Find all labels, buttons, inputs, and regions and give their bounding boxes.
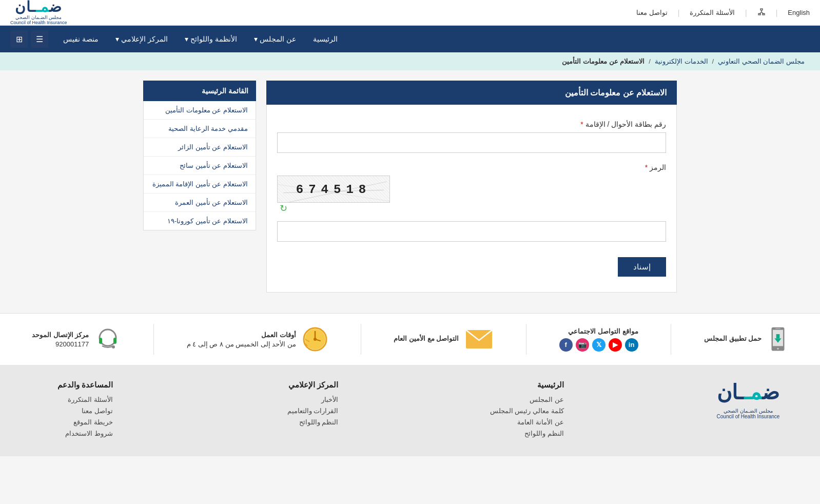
- form-title: الاستعلام عن معلومات التأمين: [266, 81, 677, 105]
- footer-hours-text: أوقات العمل من الأحد إلى الخميس من ٨ ص إ…: [187, 331, 297, 348]
- footer-link-about[interactable]: عن المجلس: [482, 396, 564, 403]
- headset-icon: [95, 326, 121, 352]
- footer-link-decisions[interactable]: القرارات والتعاميم: [256, 407, 338, 415]
- nav-home[interactable]: الرئيسية: [306, 26, 345, 52]
- form-body: رقم بطاقة الأحوال / الإقامة * الرمز *: [266, 105, 677, 293]
- hamburger-menu-button[interactable]: ☰: [31, 30, 48, 48]
- svg-rect-13: [776, 334, 780, 338]
- footer-top: حمل تطبيق المجلس مواقع التواصل الاجتماعي…: [0, 313, 820, 365]
- content-wrapper: الاستعلام عن معلومات التأمين رقم بطاقة ا…: [128, 70, 692, 303]
- id-field-group: رقم بطاقة الأحوال / الإقامة *: [277, 120, 666, 153]
- footer-logo-sub: مجلس الضـمان الصحي Council of Health Ins…: [717, 408, 780, 419]
- phone-icon: [768, 326, 788, 352]
- instagram-icon[interactable]: 📷: [576, 338, 589, 352]
- svg-rect-24: [99, 338, 102, 344]
- id-input[interactable]: [277, 132, 666, 153]
- english-link[interactable]: English: [788, 9, 810, 16]
- sidebar-item-5[interactable]: الاستعلام عن تأمين العمرة: [144, 193, 256, 212]
- footer-link-contact[interactable]: تواصل معنا: [31, 407, 113, 415]
- footer-call-center: مركز الإتصال الموحد 920001177: [32, 326, 121, 352]
- footer-link-systems[interactable]: النظم واللوائح: [256, 418, 338, 426]
- sidebar-title: القائمة الرئيسية: [143, 81, 256, 101]
- sidebar-item-0[interactable]: الاستعلام عن معلومات التأمين: [144, 101, 256, 120]
- footer-link-faq[interactable]: الأسئلة المتكررة: [31, 396, 113, 403]
- sidebar-item-3[interactable]: الاستعلام عن تأمين سائح: [144, 157, 256, 175]
- captcha-label: الرمز *: [277, 163, 666, 171]
- main-form-section: الاستعلام عن معلومات التأمين رقم بطاقة ا…: [266, 81, 677, 293]
- footer-working-hours: أوقات العمل من الأحد إلى الخميس من ٨ ص إ…: [187, 326, 328, 352]
- captcha-image-container: 674518 ↻: [277, 176, 390, 203]
- youtube-icon[interactable]: ▶: [609, 338, 622, 352]
- breadcrumb-services[interactable]: الخدمات الإلكترونية: [655, 57, 708, 65]
- svg-rect-0: [760, 9, 763, 10]
- main-nav: الرئيسية عن المجلس ▾ الأنظمة واللوائح ▾ …: [0, 26, 820, 52]
- grid-menu-button[interactable]: ⊞: [10, 30, 28, 48]
- submit-button[interactable]: إسناد: [618, 257, 666, 277]
- footer-link-regulations[interactable]: النظم واللوائح: [482, 430, 564, 437]
- nav-about[interactable]: عن المجلس ▾: [247, 26, 303, 52]
- footer-logo-arabic: ضمــان: [717, 380, 779, 404]
- sidebar-item-6[interactable]: الاستعلام عن تأمين كورونا-١٩: [144, 212, 256, 230]
- footer-contact-secretary: التواصل مع الأمين العام: [394, 329, 493, 350]
- logo-subtitle-en: Council of Health Insurance: [10, 21, 67, 26]
- captcha-image: 674518: [277, 176, 390, 203]
- logo: ضمــان مجلس الضـمان الصحي Council of Hea…: [10, 0, 67, 26]
- footer-media-col: المركز الإعلامي الأخبار القرارات والتعام…: [256, 380, 338, 430]
- footer-social: مواقع التواصل الاجتماعي in ▶ 𝕏 📷 f: [559, 327, 638, 352]
- sidebar-item-2[interactable]: الاستعلام عن تأمين الزائر: [144, 138, 256, 157]
- top-bar-left: English | | الأسئلة المتكررة | تواصل معن…: [636, 8, 810, 17]
- footer-link-sitemap[interactable]: خريطة الموقع: [31, 418, 113, 426]
- id-label: رقم بطاقة الأحوال / الإقامة *: [277, 120, 666, 128]
- footer-link-chairman[interactable]: كلمة معالي رئيس المجلس: [482, 407, 564, 415]
- captcha-field-group: الرمز * 674518 ↻: [277, 163, 666, 242]
- captcha-input[interactable]: [277, 221, 666, 242]
- contact-link[interactable]: تواصل معنا: [636, 9, 668, 16]
- faq-link[interactable]: الأسئلة المتكررة: [690, 9, 735, 16]
- sidebar-item-4[interactable]: الاستعلام عن تأمين الإقامة المميزة: [144, 175, 256, 193]
- nav-icons: ☰ ⊞: [10, 30, 48, 48]
- sidebar-item-1[interactable]: مقدمي خدمة الرعاية الصحية: [144, 120, 256, 138]
- footer-main-col: الرئيسية عن المجلس كلمة معالي رئيس المجل…: [482, 380, 564, 441]
- facebook-icon[interactable]: f: [559, 338, 573, 352]
- footer-bottom: ضمــان مجلس الضـمان الصحي Council of Hea…: [0, 365, 820, 456]
- svg-rect-25: [113, 338, 116, 344]
- envelope-icon: [465, 329, 493, 350]
- footer-download-text: حمل تطبيق المجلس: [704, 335, 762, 344]
- footer-social-text: مواقع التواصل الاجتماعي in ▶ 𝕏 📷 f: [559, 327, 638, 352]
- linkedin-icon[interactable]: in: [625, 338, 638, 352]
- captcha-refresh-icon[interactable]: ↻: [280, 203, 287, 214]
- top-bar: English | | الأسئلة المتكررة | تواصل معن…: [0, 0, 820, 26]
- sidebar-items: الاستعلام عن معلومات التأمين مقدمي خدمة …: [143, 101, 256, 230]
- footer-download-app: حمل تطبيق المجلس: [704, 326, 788, 352]
- nav-media[interactable]: المركز الإعلامي ▾: [108, 26, 175, 52]
- footer-logo-col: ضمــان مجلس الضـمان الصحي Council of Hea…: [707, 380, 789, 419]
- sidebar: القائمة الرئيسية الاستعلام عن معلومات ال…: [143, 81, 256, 230]
- svg-point-26: [112, 345, 115, 348]
- tree-link[interactable]: [757, 8, 766, 17]
- twitter-icon[interactable]: 𝕏: [592, 338, 606, 352]
- nav-nphies[interactable]: منصة نفيس: [56, 26, 106, 52]
- clock-icon: [302, 326, 328, 352]
- footer-support-col: المساعدة والدعم الأسئلة المتكررة تواصل م…: [31, 380, 113, 441]
- breadcrumb-home[interactable]: مجلس الضمان الصحي التعاوني: [718, 57, 805, 65]
- svg-point-11: [777, 348, 779, 350]
- captcha-row: 674518 ↻: [277, 176, 666, 242]
- breadcrumb-current: الاستعلام عن معلومات التأمين: [562, 57, 645, 65]
- footer-call-text: مركز الإتصال الموحد 920001177: [32, 331, 89, 348]
- social-icons: in ▶ 𝕏 📷 f: [559, 338, 638, 352]
- nav-regulations[interactable]: الأنظمة واللوائح ▾: [178, 26, 244, 52]
- footer-link-secretariat[interactable]: عن الأمانة العامة: [482, 418, 564, 426]
- breadcrumb: مجلس الضمان الصحي التعاوني / الخدمات الإ…: [0, 52, 820, 70]
- svg-rect-12: [775, 328, 780, 329]
- footer-link-news[interactable]: الأخبار: [256, 396, 338, 403]
- footer-link-terms[interactable]: شروط الاستخدام: [31, 430, 113, 437]
- logo-arabic: ضمــان: [10, 0, 67, 15]
- svg-point-23: [100, 329, 116, 346]
- footer-secretary-text: التواصل مع الأمين العام: [394, 335, 459, 344]
